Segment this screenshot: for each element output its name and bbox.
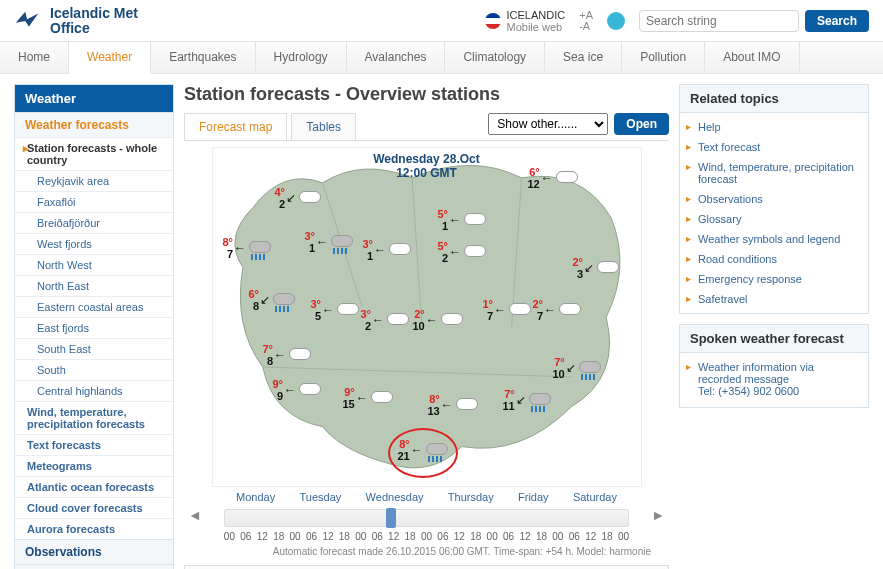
station-marker[interactable]: 3°1← xyxy=(305,230,356,254)
related-item[interactable]: Glossary xyxy=(680,209,868,229)
timeline-prev[interactable]: ◄ xyxy=(184,507,206,523)
nav-climatology[interactable]: Climatology xyxy=(445,42,545,73)
tab-tables[interactable]: Tables xyxy=(291,113,356,140)
lang-sub: Mobile web xyxy=(507,21,563,33)
weather-icon xyxy=(554,169,580,187)
sidebar-item[interactable]: Atlantic ocean forecasts xyxy=(15,476,173,497)
timeline-next[interactable]: ► xyxy=(647,507,669,523)
station-marker[interactable]: 9°9← xyxy=(273,378,324,402)
wind-arrow-icon: ← xyxy=(411,443,423,457)
sidebar-section-forecasts[interactable]: Weather forecasts xyxy=(15,112,173,137)
station-marker[interactable]: 3°1← xyxy=(363,238,414,262)
weather-icon xyxy=(462,243,488,261)
brand-line1: Icelandic Met xyxy=(50,5,138,21)
site-logo[interactable]: Icelandic MetOffice xyxy=(14,6,138,37)
wind-arrow-icon: ← xyxy=(284,383,296,397)
related-item[interactable]: Emergency response xyxy=(680,269,868,289)
logo-icon xyxy=(14,9,42,33)
station-marker[interactable]: 8°21← xyxy=(398,438,450,462)
station-marker[interactable]: 2°7← xyxy=(533,298,584,322)
station-marker[interactable]: 7°11↙ xyxy=(503,388,553,412)
related-item[interactable]: Safetravel xyxy=(680,289,868,309)
sidebar-item[interactable]: North East xyxy=(15,275,173,296)
sidebar-item[interactable]: Cloud cover forecasts xyxy=(15,497,173,518)
station-marker[interactable]: 6°8↙ xyxy=(249,288,298,312)
sidebar-item[interactable]: South xyxy=(15,359,173,380)
time-slider[interactable] xyxy=(224,509,629,527)
sidebar-item[interactable]: Breiðafjörður xyxy=(15,212,173,233)
station-marker[interactable]: 2°3↙ xyxy=(573,256,622,280)
station-marker[interactable]: 1°7← xyxy=(483,298,534,322)
sidebar-item[interactable]: North West xyxy=(15,254,173,275)
day-label[interactable]: Friday xyxy=(518,491,549,503)
station-marker[interactable]: 3°2← xyxy=(361,308,412,332)
language-switch[interactable]: ICELANDICMobile web xyxy=(485,9,566,33)
search-button[interactable]: Search xyxy=(805,10,869,32)
weather-icon xyxy=(577,359,603,377)
station-marker[interactable]: 8°7← xyxy=(223,236,274,260)
sidebar-item[interactable]: Central highlands xyxy=(15,380,173,401)
slider-thumb[interactable] xyxy=(386,508,396,528)
nav-earthquakes[interactable]: Earthquakes xyxy=(151,42,255,73)
station-marker[interactable]: 3°5← xyxy=(311,298,362,322)
weather-icon xyxy=(424,441,450,459)
related-item[interactable]: Wind, temperature, precipitation forecas… xyxy=(680,157,868,189)
font-size-control[interactable]: +A -A xyxy=(579,10,593,32)
station-marker[interactable]: 7°8← xyxy=(263,343,314,367)
sidebar-section[interactable]: Marine weather xyxy=(15,564,173,569)
day-label[interactable]: Saturday xyxy=(573,491,617,503)
station-marker[interactable]: 5°1← xyxy=(438,208,489,232)
sidebar-item[interactable]: East fjords xyxy=(15,317,173,338)
related-item[interactable]: Help xyxy=(680,117,868,137)
station-marker[interactable]: 7°10↙ xyxy=(553,356,603,380)
weather-icon xyxy=(329,233,355,251)
nav-pollution[interactable]: Pollution xyxy=(622,42,705,73)
day-label[interactable]: Wednesday xyxy=(366,491,424,503)
nav-home[interactable]: Home xyxy=(0,42,69,73)
wind-arrow-icon: ← xyxy=(441,398,453,412)
sidebar-item[interactable]: Station forecasts - whole country xyxy=(15,137,173,170)
sidebar-item[interactable]: Aurora forecasts xyxy=(15,518,173,539)
related-item[interactable]: Road conditions xyxy=(680,249,868,269)
day-label[interactable]: Tuesday xyxy=(299,491,341,503)
station-marker[interactable]: 8°13← xyxy=(428,393,480,417)
search-input[interactable] xyxy=(639,10,799,32)
weather-icon xyxy=(454,396,480,414)
sidebar-section[interactable]: Observations xyxy=(15,539,173,564)
nav-weather[interactable]: Weather xyxy=(69,42,151,74)
sidebar-item[interactable]: Text forecasts xyxy=(15,434,173,455)
forecast-meta: Automatic forecast made 26.10.2015 06:00… xyxy=(184,544,669,559)
weather-icon xyxy=(595,259,621,277)
nav-about-imo[interactable]: About IMO xyxy=(705,42,799,73)
station-marker[interactable]: 9°15← xyxy=(343,386,395,410)
font-down[interactable]: -A xyxy=(579,21,593,32)
main-nav: HomeWeatherEarthquakesHydrologyAvalanche… xyxy=(0,41,883,74)
related-item[interactable]: Observations xyxy=(680,189,868,209)
map-date: Wednesday 28.Oct12:00 GMT xyxy=(373,152,480,180)
accessibility-icon[interactable] xyxy=(607,12,625,30)
tab-forecast-map[interactable]: Forecast map xyxy=(184,113,287,140)
sidebar-item[interactable]: South East xyxy=(15,338,173,359)
wind-arrow-icon: ← xyxy=(372,313,384,327)
station-marker[interactable]: 4°2↙ xyxy=(275,186,324,210)
related-item[interactable]: Weather symbols and legend xyxy=(680,229,868,249)
nav-sea-ice[interactable]: Sea ice xyxy=(545,42,622,73)
station-marker[interactable]: 5°2← xyxy=(438,240,489,264)
day-label[interactable]: Monday xyxy=(236,491,275,503)
show-other-select[interactable]: Show other...... xyxy=(488,113,608,135)
sidebar-item[interactable]: Meteograms xyxy=(15,455,173,476)
nav-avalanches[interactable]: Avalanches xyxy=(347,42,446,73)
day-label[interactable]: Thursday xyxy=(448,491,494,503)
station-marker[interactable]: 2°10← xyxy=(413,308,465,332)
related-item[interactable]: Text forecast xyxy=(680,137,868,157)
sidebar-item[interactable]: Eastern coastal areas xyxy=(15,296,173,317)
station-marker[interactable]: 6°12← xyxy=(528,166,580,190)
sidebar-item[interactable]: West fjords xyxy=(15,233,173,254)
forecast-map[interactable]: Wednesday 28.Oct12:00 GMT 4°2↙6°12←8°7←3… xyxy=(212,147,642,487)
nav-hydrology[interactable]: Hydrology xyxy=(256,42,347,73)
sidebar-item[interactable]: Faxaflói xyxy=(15,191,173,212)
open-button[interactable]: Open xyxy=(614,113,669,135)
sidebar-item[interactable]: Reykjavik area xyxy=(15,170,173,191)
weather-icon xyxy=(462,211,488,229)
sidebar-item[interactable]: Wind, temperature, precipitation forecas… xyxy=(15,401,173,434)
